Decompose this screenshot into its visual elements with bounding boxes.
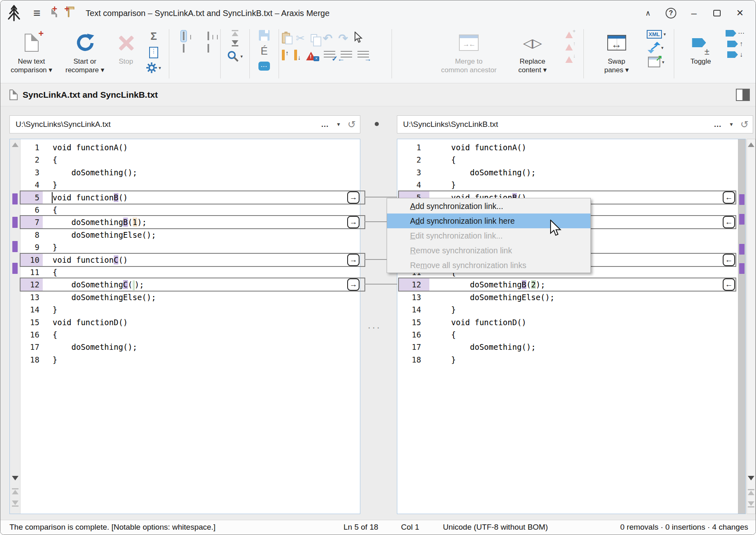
line-text: doSomething(); xyxy=(53,341,137,353)
sync-arrow-button[interactable]: → xyxy=(347,216,360,228)
scroll-up-icon[interactable] xyxy=(748,142,754,147)
new-text-comparison-button[interactable]: + New textcomparison ▾ xyxy=(4,26,59,82)
first-change-icon[interactable] xyxy=(747,489,755,495)
vertical-scrollbar[interactable] xyxy=(747,139,756,514)
copy-icon xyxy=(311,34,317,42)
last-change-icon[interactable] xyxy=(747,501,755,507)
line-number: 15 xyxy=(21,316,39,328)
scroll-up-icon[interactable] xyxy=(12,142,18,147)
sync-arrow-button[interactable]: → xyxy=(347,278,360,291)
right-file-path-bar[interactable]: U:\SyncLinks\SyncLinkB.txt … ▼ ↺ xyxy=(397,115,753,133)
line-text: doSomethingElse(); xyxy=(53,291,156,303)
sync-arrow-button[interactable]: ← xyxy=(723,278,735,291)
sync-arrow-button[interactable]: ← xyxy=(723,191,735,204)
unindent-icon[interactable]: ← xyxy=(341,51,352,59)
history-icon[interactable]: ↺ xyxy=(348,119,356,129)
right-code-pane[interactable]: 1void functionA()2{3 doSomething();4}5vo… xyxy=(397,139,746,514)
report-icon[interactable] xyxy=(149,47,158,58)
scroll-down-icon[interactable] xyxy=(12,476,18,480)
line-text: } xyxy=(53,179,57,191)
line-number: 8 xyxy=(21,229,39,241)
recompare-button[interactable]: Start orrecompare ▾ xyxy=(59,26,111,82)
line-text: doSomethingElse(); xyxy=(451,291,555,303)
next-change-icon[interactable]: ↓ xyxy=(294,50,301,60)
chevron-down-icon[interactable]: ▼ xyxy=(336,122,341,127)
compare-mode-icon[interactable]: ▾ xyxy=(649,43,664,53)
new-folder-comparison-icon[interactable]: + xyxy=(68,9,69,17)
splitter-grip[interactable]: ··· xyxy=(366,321,383,333)
remove-warning-icon[interactable]: × xyxy=(306,50,318,60)
line-number: 14 xyxy=(21,303,39,316)
new-document-icon[interactable]: + xyxy=(55,9,57,17)
status-changes: 0 removals · 0 insertions · 4 changes xyxy=(620,520,748,534)
scroll-down-icon[interactable] xyxy=(748,476,754,480)
pane-maximize-icon[interactable] xyxy=(736,89,750,101)
line-text: doSomethingC(); xyxy=(53,278,144,291)
sync-link-line xyxy=(364,197,397,197)
help-icon[interactable]: ? xyxy=(659,4,682,23)
araxis-logo-icon xyxy=(7,5,21,21)
select-pointer-icon[interactable] xyxy=(354,32,363,45)
bookmark-down-icon[interactable]: ↓ xyxy=(727,51,743,58)
code-line: 9} xyxy=(21,241,360,253)
export-report-icon[interactable]: ↗▾ xyxy=(648,57,664,67)
replace-content-icon: ◁▷ xyxy=(523,28,542,57)
line-text: } xyxy=(53,303,57,316)
menu-item[interactable]: Add synchronization link... xyxy=(387,199,590,214)
line-number: 12 xyxy=(21,278,39,291)
sigma-summary-icon[interactable]: Σ xyxy=(150,30,157,43)
layout-2row-icon[interactable] xyxy=(183,45,184,52)
browse-button[interactable]: … xyxy=(321,120,330,129)
sync-arrow-button[interactable]: → xyxy=(347,191,360,204)
code-line: 4} xyxy=(399,179,745,191)
line-number: 12 xyxy=(399,278,421,291)
line-number: 5 xyxy=(21,191,39,204)
edit-grid: ✂ ↶ ↷ ↑ ↓ × ✓ ← → xyxy=(282,31,389,63)
goto-last-icon[interactable] xyxy=(232,40,238,46)
layout-3pane-icon[interactable] xyxy=(207,32,209,40)
status-encoding: Unicode (UTF-8 without BOM) xyxy=(443,520,548,534)
close-icon[interactable]: ✕ xyxy=(728,4,751,23)
replace-content-button[interactable]: ◁▷ Replacecontent ▾ xyxy=(510,26,555,82)
line-text: doSomething(); xyxy=(53,166,137,179)
indent-icon[interactable]: → xyxy=(357,51,369,59)
first-change-icon[interactable] xyxy=(10,488,20,494)
bookmark-list-icon[interactable]: ⋯ xyxy=(726,30,744,37)
layout-2pane-icon[interactable] xyxy=(180,30,187,42)
xml-mode-icon[interactable]: XML▾ xyxy=(647,30,666,39)
line-text: { xyxy=(53,328,57,341)
file-column: É ··· xyxy=(253,30,276,71)
sync-arrow-button[interactable]: → xyxy=(347,254,360,266)
accept-changes-icon[interactable]: ✓ xyxy=(324,51,335,59)
code-line: 15void functionD() xyxy=(399,316,745,328)
previous-change-icon[interactable]: ↑ xyxy=(282,50,289,60)
code-line: 16{ xyxy=(21,328,360,341)
swap-panes-button[interactable]: ↔ Swappanes ▾ xyxy=(595,26,638,82)
toggle-bookmark-button[interactable]: ± Toggle xyxy=(681,26,720,82)
sync-arrow-button[interactable]: ← xyxy=(723,216,735,228)
sync-arrow-button[interactable]: ← xyxy=(723,254,735,266)
layout-3row-icon[interactable] xyxy=(207,45,209,52)
menu-icon[interactable]: ≡ xyxy=(33,6,41,20)
code-line: 14} xyxy=(399,303,745,316)
minimize-icon[interactable]: – xyxy=(682,4,705,23)
chevron-down-icon[interactable]: ▼ xyxy=(729,122,734,127)
browse-button[interactable]: … xyxy=(714,120,722,129)
sync-link-line xyxy=(364,284,397,285)
settings-gear-icon[interactable]: ▾ xyxy=(146,62,161,73)
encoding-icon[interactable]: É xyxy=(260,45,267,57)
last-change-icon[interactable] xyxy=(10,501,20,507)
document-icon xyxy=(9,90,18,100)
line-text: void functionB() xyxy=(53,191,128,204)
menu-item: Remove all synchronization links xyxy=(387,258,590,273)
binary-view-icon[interactable]: ··· xyxy=(258,62,270,71)
history-icon[interactable]: ↺ xyxy=(740,119,749,129)
maximize-icon[interactable] xyxy=(705,4,728,23)
left-file-path-bar[interactable]: U:\SyncLinks\SyncLinkA.txt … ▼ ↺ xyxy=(9,115,360,133)
search-icon[interactable]: ▾ xyxy=(227,51,243,62)
collapse-ribbon-icon[interactable]: ∧ xyxy=(636,4,659,23)
left-code-pane[interactable]: 1void functionA()2{3 doSomething();4}5vo… xyxy=(9,139,360,514)
bookmark-up-icon[interactable]: ↑ xyxy=(727,41,743,47)
layout-group xyxy=(172,30,217,52)
line-number: 1 xyxy=(21,141,39,154)
